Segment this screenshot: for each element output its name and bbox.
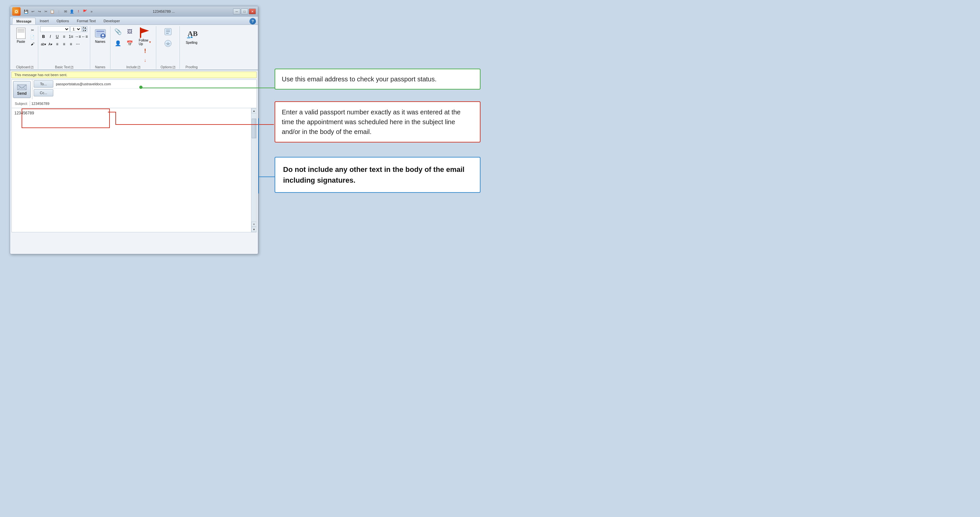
spelling-button[interactable]: ABC Spelling xyxy=(184,26,199,45)
to-cc-block: Send To... Cc... xyxy=(12,80,256,99)
callout-red-text: Enter a valid passport number exactly as… xyxy=(282,108,461,135)
svg-rect-12 xyxy=(166,31,170,32)
scroll-down-arrow[interactable]: ▼ xyxy=(251,227,257,232)
font-size-increase[interactable]: A▲ xyxy=(82,26,87,29)
indent-decrease-button[interactable]: ←≡ xyxy=(81,33,88,40)
scroll-grip[interactable]: ≡ xyxy=(251,221,257,227)
callout-blue: Do not include any other text in the bod… xyxy=(275,157,480,193)
send-button[interactable]: Send xyxy=(13,81,31,98)
window-controls: ─ □ ✕ xyxy=(233,8,256,14)
cc-button[interactable]: Cc... xyxy=(34,89,53,96)
highlight-button[interactable]: ab▾ xyxy=(40,41,47,48)
to-input[interactable] xyxy=(54,81,256,87)
followup-flag-icon xyxy=(139,27,151,38)
paste-button[interactable]: Paste xyxy=(14,26,28,44)
svg-marker-9 xyxy=(141,28,149,33)
cut-button[interactable]: ✂ xyxy=(29,27,36,33)
include-expand[interactable]: ↗ xyxy=(138,66,140,68)
help-button[interactable]: ? xyxy=(250,18,256,24)
options-expand[interactable]: ↗ xyxy=(173,66,175,68)
align-center-button[interactable]: ≡ xyxy=(61,41,67,48)
minimize-button[interactable]: ─ xyxy=(233,8,240,14)
tab-format-text[interactable]: Format Text xyxy=(73,17,100,24)
indent-increase-button[interactable]: →≡ xyxy=(75,33,81,40)
clipboard-expand[interactable]: ↗ xyxy=(31,66,33,68)
tab-message[interactable]: Message xyxy=(12,17,36,24)
undo-qa-btn[interactable]: ↩ xyxy=(30,8,36,14)
underline-button[interactable]: U xyxy=(54,33,60,40)
save-qa-btn[interactable]: 💾 xyxy=(23,8,29,14)
basic-text-group-label: Basic Text ↗ xyxy=(40,65,88,69)
bold-button[interactable]: B xyxy=(40,33,47,40)
outlook-window: O 💾 ↩ ↪ ✂ 📋 | ✉ 👤 ! 🚩 » 123456789 ... ─ … xyxy=(10,6,258,254)
not-sent-text: This message has not been sent. xyxy=(14,73,67,77)
align-right-button[interactable]: ≡ xyxy=(68,41,74,48)
scroll-up-arrow[interactable]: ▲ xyxy=(251,108,257,113)
business-card-button[interactable]: 👤 xyxy=(113,38,124,49)
format-painter-button[interactable]: 🖌 xyxy=(29,41,36,47)
title-text: 123456789 ... xyxy=(96,10,232,13)
bullet-list-button[interactable]: ≡ xyxy=(61,33,67,40)
font-size-decrease[interactable]: A▼ xyxy=(82,29,87,32)
redo-qa-btn[interactable]: ↪ xyxy=(36,8,42,14)
addr-qa-btn[interactable]: 👤 xyxy=(69,8,75,14)
paste-line-1 xyxy=(18,29,24,30)
names-icon xyxy=(94,27,107,40)
italic-button[interactable]: I xyxy=(47,33,54,40)
high-importance-button[interactable]: ! xyxy=(140,46,150,56)
blue-connector-v xyxy=(258,118,259,194)
basic-text-expand[interactable]: ↗ xyxy=(71,66,73,68)
callout-green-text: Use this email address to check your pas… xyxy=(282,75,437,83)
subject-input[interactable] xyxy=(30,101,256,106)
insert-picture-button[interactable]: 🖼 xyxy=(124,26,135,37)
names-button[interactable]: Names xyxy=(92,26,108,44)
email-body[interactable]: 123456789 ▲ ≡ ▼ xyxy=(11,108,257,232)
attach-file-button[interactable]: 📎 xyxy=(113,26,124,37)
email-fields: Send To... Cc... Subject: xyxy=(11,80,257,108)
tab-developer[interactable]: Developer xyxy=(100,17,124,24)
flag-pole xyxy=(140,27,141,38)
paste-line-3 xyxy=(18,32,24,32)
cut-qa-btn[interactable]: ✂ xyxy=(43,8,49,14)
calendar-button[interactable]: 📅 xyxy=(124,38,135,49)
paste-icon-inner xyxy=(16,28,25,39)
flag-qa-btn[interactable]: 🚩 xyxy=(82,8,88,14)
include-group: 📎 🖼 👤 📅 xyxy=(111,26,156,69)
scrollbar-thumb[interactable] xyxy=(252,119,256,138)
followup-button[interactable]: FollowUp ▼ xyxy=(136,26,154,46)
copy-button[interactable]: 📄 xyxy=(29,33,36,40)
proofing-group: ABC Spelling Proofing xyxy=(180,26,203,69)
to-button[interactable]: To... xyxy=(34,80,53,87)
low-importance-button[interactable]: ↓ xyxy=(140,56,150,65)
clipboard-small-btns: ✂ 📄 🖌 xyxy=(29,26,36,47)
font-selector[interactable] xyxy=(40,26,70,32)
more-text-button[interactable]: ⋯ xyxy=(75,41,81,48)
svg-text:O: O xyxy=(15,10,18,14)
scrollbar[interactable]: ▲ ≡ ▼ xyxy=(251,108,256,232)
font-color-button[interactable]: A▾ xyxy=(47,41,54,48)
format-row2: ab▾ A▾ ≡ ≡ ≡ ⋯ xyxy=(40,41,81,48)
red-connector-v xyxy=(115,112,116,125)
align-left-button[interactable]: ≡ xyxy=(54,41,60,48)
options-btn-2[interactable] xyxy=(162,38,173,49)
picture-icon: 🖼 xyxy=(127,29,132,35)
paste2-qa-btn[interactable]: 📋 xyxy=(49,8,55,14)
options-btn-1[interactable] xyxy=(162,26,173,37)
exclaim-qa-btn[interactable]: ! xyxy=(75,8,81,14)
svg-rect-11 xyxy=(166,30,170,30)
calendar-icon: 📅 xyxy=(127,40,133,46)
cc-input[interactable] xyxy=(54,90,256,95)
tab-options[interactable]: Options xyxy=(52,17,73,24)
maximize-button[interactable]: □ xyxy=(241,8,248,14)
size-selector[interactable]: 11 xyxy=(70,26,81,32)
sep1: | xyxy=(56,8,62,14)
ribbon-tabs: Message Insert Options Format Text Devel… xyxy=(10,17,258,25)
basic-text-group: 11 A▲ A▼ B I U ≡ 1≡ →≡ ←≡ a xyxy=(39,26,90,69)
tab-insert[interactable]: Insert xyxy=(36,17,52,24)
number-list-button[interactable]: 1≡ xyxy=(68,33,74,40)
quick-access-toolbar: 💾 ↩ ↪ ✂ 📋 | ✉ 👤 ! 🚩 » xyxy=(23,8,94,14)
more-qa-btn[interactable]: » xyxy=(89,8,94,14)
close-button[interactable]: ✕ xyxy=(249,8,256,14)
names-label: Names xyxy=(95,40,106,43)
mail-qa-btn[interactable]: ✉ xyxy=(62,8,68,14)
